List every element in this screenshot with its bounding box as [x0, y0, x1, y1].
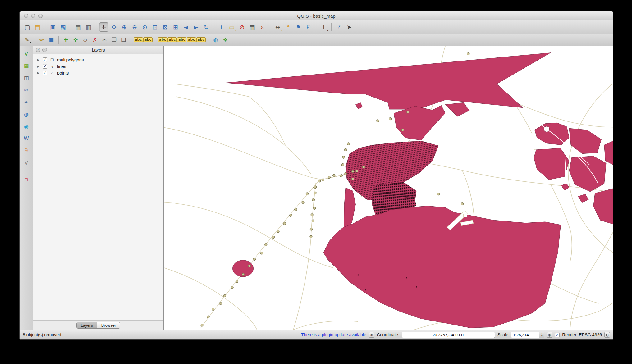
field-calculator-icon: ε [261, 24, 264, 30]
label-button[interactable]: abc [134, 35, 143, 44]
diagram-overlay-button[interactable]: ❖ [221, 35, 230, 44]
open-attribute-table-button[interactable]: ▦ [248, 22, 257, 32]
layer-row-points[interactable]: ▶✓∴points [33, 70, 163, 76]
zoom-out-button[interactable]: ⊖ [130, 22, 139, 32]
panel-tab-browser[interactable]: Browser [97, 322, 120, 328]
add-wcs-layer-button[interactable]: ◉ [22, 122, 31, 131]
save-layer-edits-icon: ▣ [49, 37, 54, 43]
zoom-actual-button[interactable]: ⊙ [140, 22, 149, 32]
map-canvas-svg[interactable] [164, 46, 613, 330]
panel-float-icon[interactable]: ◦ [42, 48, 47, 52]
add-delimited-text-layer-button[interactable]: 9 [22, 146, 31, 155]
plugin-update-icon[interactable]: ✱ [369, 332, 374, 338]
change-label-button[interactable]: abc [197, 35, 205, 44]
point-feature [314, 186, 317, 188]
layers-panel-header[interactable]: × ◦ Layers [33, 46, 163, 54]
help-contents-button[interactable]: ? [334, 22, 344, 32]
add-wfs-layer-button[interactable]: W [22, 134, 31, 143]
toggle-editing-button[interactable]: ✏ [37, 35, 46, 44]
layer-name[interactable]: lines [57, 64, 66, 69]
remove-layer-button[interactable]: ▫ [22, 175, 31, 184]
zoom-to-selection-button[interactable]: ⊠ [161, 22, 170, 32]
zoom-button[interactable] [38, 14, 43, 18]
crs-label: EPSG:4326 [579, 332, 602, 337]
new-shapefile-layer-button[interactable]: V [22, 49, 31, 58]
disclosure-triangle-icon[interactable]: ▶ [37, 58, 40, 61]
panel-tab-layers[interactable]: Layers [77, 322, 97, 328]
pan-to-selection-button[interactable]: ✣ [109, 22, 119, 32]
paste-features-button[interactable]: ❒ [119, 35, 128, 44]
move-label-button[interactable]: abc [144, 35, 152, 44]
save-project-button[interactable]: ▣ [48, 22, 57, 32]
scale-combo[interactable]: 1:26,314 ▴▾ [511, 332, 544, 338]
text-annotation-button[interactable]: T▾ [319, 22, 328, 32]
zoom-to-layer-button[interactable]: ⊞ [171, 22, 180, 32]
measure-button[interactable]: ↔▾ [273, 22, 282, 32]
toolbar-separator [96, 23, 96, 31]
field-calculator-button[interactable]: ε [258, 22, 267, 32]
select-features-button[interactable]: ▭▾ [227, 22, 236, 32]
add-feature-button[interactable]: ✚ [62, 35, 70, 44]
add-raster-layer-button[interactable]: ▦ [22, 61, 31, 71]
layer-name[interactable]: points [57, 71, 69, 75]
layer-row-lines[interactable]: ▶✓∨lines [33, 63, 163, 70]
layer-name[interactable]: multipolygons [57, 57, 84, 62]
toolbar-separator [331, 23, 332, 31]
save-layer-edits-button[interactable]: ▣ [47, 35, 56, 44]
map-tips-button[interactable]: ❝ [283, 22, 293, 32]
add-spatialite-layer-button[interactable]: ✑ [22, 85, 31, 95]
refresh-map-button[interactable]: ↻ [202, 22, 211, 32]
title-bar[interactable]: QGIS - basic_map [20, 11, 613, 20]
node-tool-button[interactable]: ◇ [81, 35, 89, 44]
whats-this-button[interactable]: ➤ [345, 22, 354, 32]
disclosure-triangle-icon[interactable]: ▶ [37, 65, 40, 68]
deselect-features-button[interactable]: ⊘ [237, 22, 247, 32]
panel-close-icon[interactable]: × [36, 48, 40, 52]
show-hide-labels-button[interactable]: abc [177, 35, 186, 44]
zoom-last-button[interactable]: ◄ [181, 22, 190, 32]
plugin-update-link[interactable]: There is a plugin update available [301, 332, 366, 337]
new-bookmark-button[interactable]: ⚑ [294, 22, 303, 32]
cut-features-button[interactable]: ✂ [100, 35, 109, 44]
identify-features-button[interactable]: ℹ [217, 22, 226, 32]
pan-map-button[interactable]: ✛ [99, 22, 108, 32]
map-canvas[interactable] [164, 46, 613, 330]
zoom-in-button[interactable]: ⊕ [120, 22, 129, 32]
coordinate-input[interactable]: 20.3757,-34.0001 [402, 332, 495, 338]
layer-row-multipolygons[interactable]: ▶✓❏multipolygons [33, 57, 163, 63]
minimize-button[interactable] [31, 14, 35, 18]
new-project-button[interactable]: ▢ [23, 22, 32, 32]
globe-tool-button[interactable]: ◍ [211, 35, 220, 44]
scale-stepper-icon[interactable]: ▴▾ [539, 332, 544, 338]
magnifier-icon[interactable]: ◉ [547, 332, 552, 338]
point-feature [362, 166, 365, 168]
save-project-icon: ▣ [50, 24, 56, 30]
delete-selected-button[interactable]: ✗ [90, 35, 99, 44]
add-mssql-layer-button[interactable]: ✒ [22, 98, 31, 107]
copy-features-button[interactable]: ❐ [110, 35, 118, 44]
layer-visibility-checkbox[interactable]: ✓ [43, 64, 47, 69]
render-checkbox[interactable]: ✓ [555, 333, 560, 337]
disclosure-triangle-icon[interactable]: ▶ [37, 71, 40, 75]
pin-label-button[interactable]: abc [168, 35, 176, 44]
layer-visibility-checkbox[interactable]: ✓ [43, 71, 47, 75]
layer-visibility-checkbox[interactable]: ✓ [43, 57, 47, 62]
new-print-composer-button[interactable]: ▦ [74, 22, 83, 32]
composer-manager-button[interactable]: ▥ [84, 22, 93, 32]
highlight-pinned-labels-button[interactable]: abc [158, 35, 167, 44]
status-bar: 8 object(s) removed. There is a plugin u… [20, 330, 613, 339]
add-postgis-layer-button[interactable]: ◫ [22, 73, 31, 83]
add-wms-layer-button[interactable]: ◍ [22, 110, 31, 119]
zoom-full-button[interactable]: ⊡ [150, 22, 160, 32]
show-bookmarks-button[interactable]: ⚐ [304, 22, 313, 32]
zoom-next-button[interactable]: ► [191, 22, 201, 32]
open-project-button[interactable]: ▤ [33, 22, 42, 32]
save-project-as-button[interactable]: ▧ [58, 22, 68, 32]
multipolygons-layer-graphics [226, 53, 613, 328]
current-edits-button[interactable]: ✎▾ [23, 35, 31, 44]
crs-status-icon[interactable]: ◐ [604, 332, 610, 338]
move-feature-button[interactable]: ✜ [71, 35, 80, 44]
close-button[interactable] [24, 14, 28, 18]
add-oracle-layer-button[interactable]: V [22, 158, 31, 167]
rotate-label-button[interactable]: abc [187, 35, 196, 44]
